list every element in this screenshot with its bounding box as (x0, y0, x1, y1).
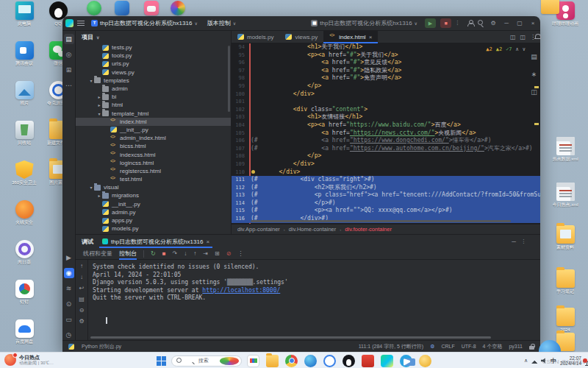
debug-tab-线程和变量[interactable]: 线程和变量 (83, 248, 112, 260)
tree-item-visual[interactable]: ▾visual (76, 183, 231, 191)
desktop-icon-今日热点.xml[interactable]: 今日热点.xml (542, 183, 588, 208)
code-line-105[interactable]: 105 <a href="https://news.cctv.com/">央视新… (232, 130, 540, 138)
tree-item-models.py[interactable]: models.py (76, 224, 231, 233)
server-url-link[interactable]: http://localhost:8000/ (202, 287, 280, 294)
stop-button[interactable]: ■ (440, 18, 451, 28)
terminal-icon[interactable]: ▭ (64, 314, 74, 325)
stop-icon[interactable]: ■ (162, 250, 166, 257)
breadcrumb-item[interactable]: div.footer-container (345, 226, 392, 233)
layout-icon[interactable]: ◫ (520, 34, 526, 40)
palette-desktop-icon[interactable] (171, 1, 185, 15)
code-line-107[interactable]: 107(# <a href="https://www.autohome.com.… (232, 145, 540, 153)
desktop-icon-热点数据.xml[interactable]: 热点数据.xml (542, 137, 588, 162)
project-folder-icon[interactable]: ▤ (64, 34, 74, 44)
volume-icon[interactable] (541, 358, 547, 364)
more-options-icon[interactable]: … (522, 238, 528, 245)
tray-expand-icon[interactable]: ∧ (524, 358, 528, 364)
tree-item-__init__.py[interactable]: __init__.py (76, 126, 231, 134)
code-line-101[interactable]: 101 (232, 98, 540, 106)
settings-icon[interactable]: ⚙ (79, 318, 84, 325)
whiteboard-app-icon[interactable] (247, 355, 259, 367)
commit-icon[interactable]: ◎ (64, 49, 74, 60)
editor-horizontal-scrollbar[interactable] (251, 220, 511, 222)
tree-item-registercss.html[interactable]: registercss.html (76, 167, 231, 175)
minimize-panel-icon[interactable]: ─ (512, 238, 516, 245)
print-icon[interactable]: ▤ (79, 296, 85, 302)
history-icon[interactable]: ◷ (64, 330, 74, 340)
tab-index.html[interactable]: index.html× (323, 31, 378, 43)
down-icon[interactable]: ↓ (80, 274, 83, 280)
run-button[interactable]: ▶ (425, 18, 436, 28)
code-line-108[interactable]: 108 </p> (232, 152, 540, 160)
code-line-110[interactable]: 110 </div> (232, 169, 540, 177)
code-line-98[interactable]: 98 <a href="#">免责声明</a> (232, 74, 540, 82)
coin-app-icon[interactable] (419, 355, 431, 367)
notifications-bell-icon[interactable] (529, 34, 539, 44)
desktop-icon-百度网盘[interactable]: 百度网盘 (1, 319, 47, 344)
tree-item-views.py[interactable]: views.py (76, 68, 231, 77)
project-selector[interactable]: T thp日志数据可视化分析系统hx1316 ∨ (88, 18, 201, 29)
tree-item-bi[interactable]: ▸bi (76, 93, 231, 101)
settings-sync-gear-icon[interactable]: ⚙ (430, 344, 434, 350)
news-weather-widget[interactable]: 今日热点 动画新闻 | 30℃… (4, 354, 54, 366)
desktop-icon-2024[interactable]: 2024 (542, 308, 588, 333)
run-icon[interactable]: ▶ (64, 252, 74, 263)
debug-icon[interactable]: ◉ (64, 268, 74, 278)
file-explorer-icon[interactable] (266, 355, 279, 367)
up-icon[interactable]: ↑ (80, 263, 83, 269)
tree-item-html[interactable]: ▸html (76, 101, 231, 109)
edge-icon[interactable] (304, 355, 317, 367)
run-to-cursor-icon[interactable]: ⇥ (203, 250, 208, 257)
tree-item-apps.py[interactable]: apps.py (76, 216, 231, 224)
tree-toggle-icon[interactable]: ▾ (88, 78, 94, 83)
console-horizontal-scrollbar[interactable] (90, 336, 491, 339)
code-line-97[interactable]: 97 <a href="#">隐私政策</a> (232, 67, 540, 75)
database-icon[interactable]: ▤ (529, 52, 539, 62)
evaluate-icon[interactable]: ⊞ (215, 250, 220, 257)
vcs-widget[interactable]: 版本控制 ∨ (204, 18, 239, 29)
readonly-lock-icon[interactable] (529, 344, 534, 350)
pycharm-icon[interactable] (381, 355, 393, 367)
messenger-plane-icon[interactable] (400, 355, 412, 367)
step-over-icon[interactable]: ↷ (173, 250, 178, 257)
code-line-113[interactable]: 113(# <p class="href"><a href="tencent:/… (232, 191, 540, 199)
tree-item-tests.py[interactable]: tests.py (76, 43, 231, 52)
circle-app-icon[interactable] (323, 355, 336, 367)
tree-item-templates[interactable]: ▾templates (76, 77, 231, 85)
line-separator-widget[interactable]: CRLF (441, 344, 454, 349)
services-icon[interactable]: ≋ (64, 283, 74, 294)
run-configuration-selector[interactable]: ▦ thp日志数据可视化分析系统hx1316 ∨ (308, 18, 420, 29)
split-editor-icon[interactable]: ◫ (510, 34, 516, 40)
code-line-100[interactable]: 100 </div> (232, 91, 540, 99)
interpreter-widget[interactable]: py311 (509, 344, 523, 349)
debug-session-tab[interactable]: thp日志数据可视化分析系统hx1316 × (99, 235, 212, 248)
code-line-96[interactable]: 96 <a href="#">意见反馈</a> (232, 59, 540, 67)
settings-gear-icon[interactable]: ⚙ (489, 20, 498, 26)
debug-tab-控制台[interactable]: 控制台 (119, 248, 137, 260)
clock-widget[interactable]: 22:07 2024/4/14 (560, 355, 581, 367)
maximize-button[interactable]: ▢ (515, 20, 524, 26)
code-line-99[interactable]: 99 </p> (232, 82, 540, 91)
tree-item-indexcss.html[interactable]: indexcss.html (76, 150, 231, 158)
desktop-icon-向日葵[interactable]: 向日葵 (1, 240, 47, 265)
clear-icon[interactable]: ⊖ (79, 307, 85, 314)
breadcrumb-item[interactable]: div.Home-container (289, 226, 336, 233)
tree-toggle-icon[interactable]: ▸ (96, 94, 102, 99)
tree-item-logincss.html[interactable]: logincss.html (76, 159, 231, 167)
taskbar-search[interactable]: 搜索 (171, 355, 242, 367)
start-button[interactable] (157, 356, 166, 366)
project-scrollbar[interactable] (228, 46, 230, 112)
problems-icon[interactable]: ⊙ (64, 299, 74, 309)
tree-toggle-icon[interactable]: ▾ (96, 111, 102, 116)
tree-item-index.html[interactable]: index.html (76, 118, 231, 126)
caret-position-widget[interactable]: 111:1 (284 字符, 5 行断行符) (359, 343, 423, 350)
desktop-folder-partial[interactable] (541, 0, 559, 14)
chevron-down-icon[interactable]: ∨ (96, 35, 99, 40)
close-button[interactable]: × (528, 20, 537, 26)
desktop-icon-火绒安全[interactable]: 火绒安全 (1, 200, 47, 225)
qq-icon[interactable] (343, 355, 355, 367)
close-tab-icon[interactable]: × (369, 34, 373, 40)
desktop-icon-素材资料[interactable]: 素材资料 (542, 225, 588, 250)
code-line-102[interactable]: 102 <div class="content"> (232, 106, 540, 114)
structure-icon[interactable]: ⊞ (64, 65, 74, 75)
